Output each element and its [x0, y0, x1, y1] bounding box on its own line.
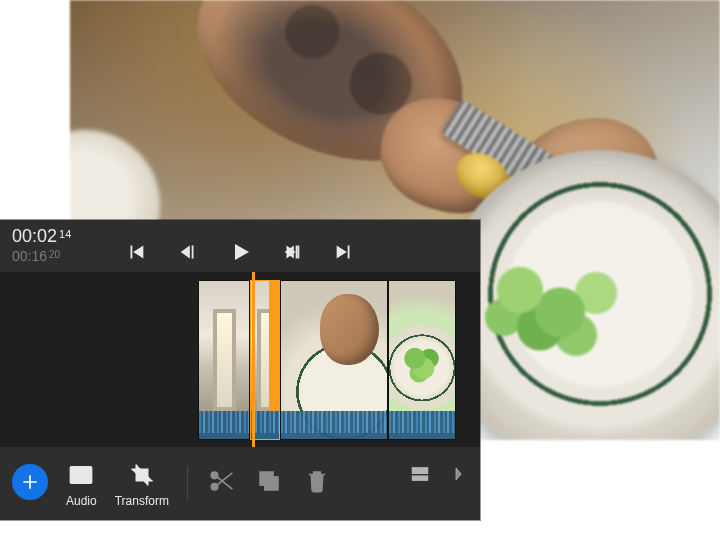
go-to-start-button[interactable] [123, 239, 149, 265]
delete-tool[interactable] [302, 466, 332, 496]
greens [460, 230, 660, 380]
playhead[interactable] [252, 272, 255, 447]
add-button[interactable] [12, 464, 48, 500]
clip-audio-waveform [389, 411, 455, 439]
audio-tool-label: Audio [66, 494, 97, 508]
cut-tool[interactable] [206, 466, 236, 496]
step-back-button[interactable] [175, 239, 201, 265]
trash-icon [304, 468, 330, 494]
crop-icon [129, 462, 155, 488]
layout-icon [409, 463, 431, 485]
clip-audio-waveform [281, 411, 387, 439]
step-forward-button[interactable] [279, 239, 305, 265]
audio-tool[interactable]: Audio [66, 460, 97, 508]
play-icon [228, 240, 252, 264]
more-tools[interactable] [454, 465, 464, 483]
skip-start-icon [125, 241, 147, 263]
chevron-right-icon [454, 465, 464, 483]
clip-audio-waveform [199, 411, 249, 439]
transform-tool-label: Transform [115, 494, 169, 508]
scissors-icon [208, 468, 234, 494]
play-button[interactable] [227, 239, 253, 265]
clip-audio-waveform [251, 411, 279, 439]
transform-tool[interactable]: Transform [115, 460, 169, 508]
step-back-icon [177, 241, 199, 263]
go-to-end-button[interactable] [331, 239, 357, 265]
timeline-clip[interactable] [280, 280, 388, 440]
svg-rect-21 [412, 476, 427, 480]
plus-icon [20, 472, 40, 492]
toolbar-divider [187, 466, 188, 500]
step-forward-icon [281, 241, 303, 263]
transport-controls [0, 232, 480, 272]
copy-tool[interactable] [254, 466, 284, 496]
video-editor-panel: 00:0214 00:1620 [0, 220, 480, 520]
timeline-clip[interactable] [198, 280, 250, 440]
timeline-clip[interactable] [388, 280, 456, 440]
duplicate-icon [256, 468, 282, 494]
skip-end-icon [333, 241, 355, 263]
svg-rect-20 [412, 468, 427, 474]
editor-toolbar: Audio Transform [0, 450, 480, 520]
layout-tool[interactable] [406, 460, 434, 488]
timeline[interactable] [0, 272, 480, 447]
audio-filmstrip-icon [68, 462, 94, 488]
